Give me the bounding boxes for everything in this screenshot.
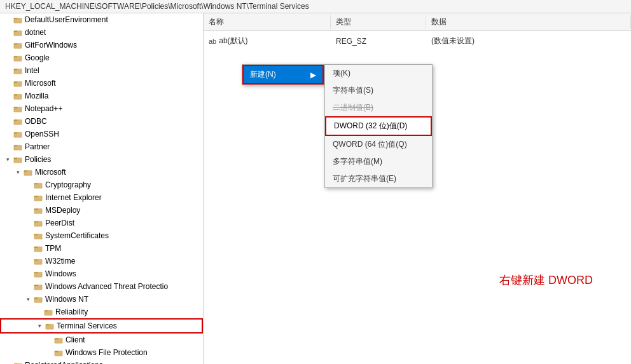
expand-icon-microsoft-policies[interactable]: ▾	[13, 167, 23, 177]
tree-label-reliability: Reliability	[55, 307, 88, 316]
tree-item-cryptography[interactable]: Cryptography	[0, 179, 203, 191]
expand-icon-google[interactable]	[3, 53, 13, 63]
tree-item-openssh[interactable]: OpenSSH	[0, 128, 203, 140]
address-bar: HKEY_LOCAL_MACHINE\SOFTWARE\Policies\Mic…	[0, 0, 631, 13]
expand-icon-client[interactable]	[43, 335, 53, 345]
expand-icon-windows[interactable]	[23, 269, 33, 279]
submenu-arrow: ▶	[310, 71, 316, 79]
expand-icon-registered-applications[interactable]	[3, 360, 13, 364]
tree-item-intel[interactable]: Intel	[0, 64, 203, 77]
tree-item-microsoft-top[interactable]: Microsoft	[0, 77, 203, 90]
tree-item-peerdist[interactable]: PeerDist	[0, 217, 203, 229]
svg-rect-47	[45, 310, 48, 311]
new-menu-item[interactable]: 新建(N) ▶	[242, 65, 324, 84]
expand-icon-partner[interactable]	[3, 142, 13, 152]
submenu-item-qword[interactable]: QWORD (64 位)值(Q)	[325, 136, 432, 153]
svg-rect-37	[34, 246, 38, 248]
context-menu[interactable]: 新建(N) ▶	[242, 64, 324, 85]
svg-rect-33	[34, 221, 38, 222]
submenu[interactable]: 项(K)字符串值(S)二进制值(B)DWORD (32 位)值(D)QWORD …	[324, 64, 433, 188]
tree-item-gitforwindows[interactable]: GitForWindows	[0, 39, 203, 51]
svg-rect-15	[14, 107, 17, 108]
expand-icon-notepadpp[interactable]	[3, 104, 13, 114]
expand-icon-windows-nt[interactable]: ▾	[23, 294, 33, 304]
submenu-item-dword[interactable]: DWORD (32 位)值(D)	[325, 116, 432, 136]
tree-label-intel: Intel	[25, 66, 39, 75]
expand-icon-peerdist[interactable]	[23, 218, 33, 228]
expand-icon-defaultuserenvironment[interactable]	[3, 15, 13, 25]
tree-item-msdeploy[interactable]: MSDeploy	[0, 204, 203, 217]
svg-rect-27	[34, 183, 38, 184]
svg-rect-13	[14, 94, 17, 95]
expand-icon-microsoft-top[interactable]	[3, 78, 13, 88]
svg-rect-49	[46, 324, 49, 325]
col-data: 数据	[426, 15, 631, 29]
expand-icon-terminal-services[interactable]: ▾	[34, 321, 45, 331]
expand-icon-odbc[interactable]	[3, 116, 13, 126]
expand-icon-w32time[interactable]	[23, 256, 33, 266]
tree-panel[interactable]: DefaultUserEnvironment dotnet GitForWind…	[0, 13, 204, 364]
expand-icon-cryptography[interactable]	[23, 180, 33, 190]
folder-icon-windows-file-protection	[53, 347, 64, 358]
expand-icon-tpm[interactable]	[23, 243, 33, 253]
tree-label-policies: Policies	[25, 155, 51, 164]
expand-icon-systemcertificates[interactable]	[23, 231, 33, 241]
submenu-item-multistring[interactable]: 多字符串值(M)	[325, 153, 432, 170]
expand-icon-internet-explorer[interactable]	[23, 192, 33, 203]
expand-icon-windows-file-protection[interactable]	[43, 347, 53, 358]
tree-item-registered-applications[interactable]: RegisteredApplications	[0, 359, 203, 364]
expand-icon-policies[interactable]: ▾	[3, 154, 13, 165]
svg-rect-43	[34, 285, 38, 286]
tree-item-partner[interactable]: Partner	[0, 140, 203, 153]
expand-icon-intel[interactable]	[3, 65, 13, 76]
svg-rect-17	[14, 119, 17, 121]
expand-icon-windows-advanced[interactable]	[23, 281, 33, 292]
tree-item-reliability[interactable]: Reliability	[0, 306, 203, 318]
tree-item-mozilla[interactable]: Mozilla	[0, 90, 203, 102]
tree-label-microsoft-top: Microsoft	[25, 79, 56, 88]
tree-label-defaultuserenvironment: DefaultUserEnvironment	[25, 15, 108, 24]
folder-icon-windows	[33, 269, 43, 279]
tree-item-systemcertificates[interactable]: SystemCertificates	[0, 229, 203, 242]
tree-item-microsoft-policies[interactable]: ▾ Microsoft	[0, 166, 203, 179]
tree-item-terminal-services[interactable]: ▾ Terminal Services	[0, 318, 203, 334]
right-panel: 名称 类型 数据 ab ab(默认) REG_SZ (数值未设置)	[204, 13, 631, 364]
tree-item-windows-file-protection[interactable]: Windows File Protection	[0, 346, 203, 359]
tree-label-systemcertificates: SystemCertificates	[45, 231, 109, 240]
tree-label-openssh: OpenSSH	[25, 130, 59, 138]
tree-item-odbc[interactable]: ODBC	[0, 115, 203, 128]
submenu-item-binary[interactable]: 二进制值(B)	[325, 99, 432, 116]
tree-item-policies[interactable]: ▾ Policies	[0, 153, 203, 166]
svg-rect-29	[34, 196, 38, 197]
expand-icon-gitforwindows[interactable]	[3, 40, 13, 50]
tree-label-partner: Partner	[25, 142, 50, 151]
expand-icon-reliability[interactable]	[33, 307, 43, 317]
submenu-item-string[interactable]: 字符串值(S)	[325, 82, 432, 99]
tree-label-peerdist: PeerDist	[45, 219, 74, 227]
expand-icon-msdeploy[interactable]	[23, 205, 33, 215]
tree-item-w32time[interactable]: W32time	[0, 255, 203, 267]
tree-item-windows-nt[interactable]: ▾ Windows NT	[0, 293, 203, 306]
svg-rect-35	[34, 234, 38, 235]
tree-item-windows-advanced[interactable]: Windows Advanced Threat Protectio	[0, 280, 203, 293]
tree-item-tpm[interactable]: TPM	[0, 242, 203, 255]
tree-item-google[interactable]: Google	[0, 51, 203, 64]
tree-item-windows[interactable]: Windows	[0, 267, 203, 280]
tree-item-defaultuserenvironment[interactable]: DefaultUserEnvironment	[0, 13, 203, 26]
tree-item-notepadpp[interactable]: Notepad++	[0, 102, 203, 115]
ab-icon: ab	[209, 37, 216, 45]
submenu-item-xiang[interactable]: 项(K)	[325, 65, 432, 82]
expand-icon-dotnet[interactable]	[3, 27, 13, 37]
submenu-item-expandstring[interactable]: 可扩充字符串值(E)	[325, 170, 432, 187]
folder-icon-registered-applications	[13, 360, 23, 364]
col-name: 名称	[204, 15, 331, 29]
tree-item-dotnet[interactable]: dotnet	[0, 26, 203, 39]
folder-icon-odbc	[13, 116, 23, 126]
tree-item-client[interactable]: Client	[0, 334, 203, 346]
svg-rect-41	[34, 272, 38, 273]
svg-rect-39	[34, 259, 38, 260]
expand-icon-openssh[interactable]	[3, 129, 13, 139]
tree-label-windows-advanced: Windows Advanced Threat Protectio	[45, 282, 168, 291]
tree-item-internet-explorer[interactable]: Internet Explorer	[0, 191, 203, 204]
expand-icon-mozilla[interactable]	[3, 91, 13, 101]
